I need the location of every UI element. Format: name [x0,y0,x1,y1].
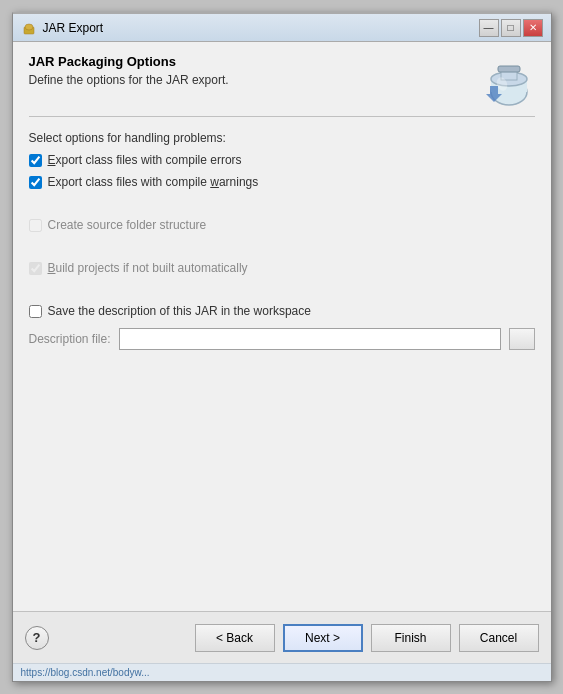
divider-1 [29,205,535,206]
browse-button[interactable] [509,328,535,350]
page-title: JAR Packaging Options [29,54,483,69]
checkbox-build-projects[interactable] [29,262,42,275]
title-bar: JAR Export — □ ✕ [13,14,551,42]
problems-label: Select options for handling problems: [29,131,535,145]
divider-3 [29,291,535,292]
url-text: https://blog.csdn.net/bodyw... [21,667,150,678]
description-file-label: Description file: [29,332,111,346]
checkbox-build-projects-label: Build projects if not built automaticall… [48,261,248,275]
description-row: Description file: [29,328,535,350]
form-section: Select options for handling problems: Ex… [29,131,535,360]
checkbox-save-description-row: Save the description of this JAR in the … [29,302,535,320]
header-section: JAR Packaging Options Define the options… [29,54,535,117]
header-text: JAR Packaging Options Define the options… [29,54,483,87]
svg-rect-2 [27,25,31,28]
checkbox-compile-warnings[interactable] [29,176,42,189]
checkbox-source-folder[interactable] [29,219,42,232]
checkbox-compile-warnings-label[interactable]: Export class files with compile warnings [48,175,259,189]
content-spacer [29,370,535,599]
close-button[interactable]: ✕ [523,19,543,37]
window-controls: — □ ✕ [479,19,543,37]
jar-icon [483,54,535,106]
checkbox-source-folder-row: Create source folder structure [29,216,535,234]
checkbox-save-description-label[interactable]: Save the description of this JAR in the … [48,304,311,318]
divider-2 [29,248,535,249]
minimize-button[interactable]: — [479,19,499,37]
checkbox-save-description[interactable] [29,305,42,318]
back-button[interactable]: < Back [195,624,275,652]
checkbox-source-folder-label: Create source folder structure [48,218,207,232]
checkbox-build-projects-row: Build projects if not built automaticall… [29,259,535,277]
description-file-input[interactable] [119,328,501,350]
content-area: JAR Packaging Options Define the options… [13,42,551,611]
main-window: JAR Export — □ ✕ JAR Packaging Options D… [12,12,552,682]
checkbox-compile-errors[interactable] [29,154,42,167]
finish-button[interactable]: Finish [371,624,451,652]
svg-rect-7 [498,66,520,72]
page-subtitle: Define the options for the JAR export. [29,73,483,87]
bottom-bar: ? < Back Next > Finish Cancel [13,611,551,663]
checkbox-compile-warnings-row: Export class files with compile warnings [29,173,535,191]
checkbox-compile-errors-label[interactable]: Export class files with compile errors [48,153,242,167]
cancel-button[interactable]: Cancel [459,624,539,652]
checkbox-compile-errors-row: Export class files with compile errors [29,151,535,169]
help-button[interactable]: ? [25,626,49,650]
maximize-button[interactable]: □ [501,19,521,37]
next-button[interactable]: Next > [283,624,363,652]
url-bar: https://blog.csdn.net/bodyw... [13,663,551,681]
window-title: JAR Export [43,21,479,35]
window-icon [21,20,37,36]
